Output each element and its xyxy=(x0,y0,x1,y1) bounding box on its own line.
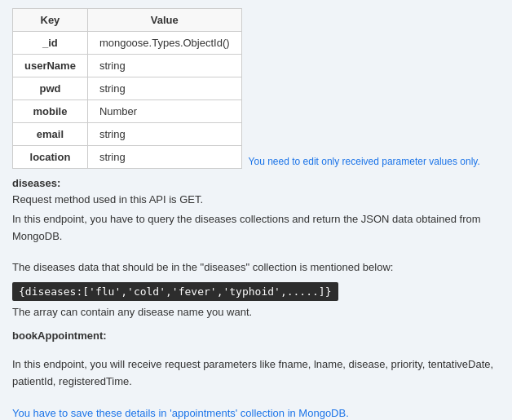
table-row-key: userName xyxy=(13,55,88,77)
table-row-key: pwd xyxy=(13,77,88,100)
table-row-value: mongoose.Types.ObjectId() xyxy=(87,32,241,55)
book-appointment-title: bookAppointment: xyxy=(12,329,500,342)
diseases-title: diseases: xyxy=(12,177,500,189)
table-row-key: location xyxy=(13,146,88,169)
table-row-key: _id xyxy=(13,32,88,55)
table-row-value: string xyxy=(87,77,241,100)
diseases-line3: The diseases data that should be in the … xyxy=(12,259,500,276)
schema-table: Key Value _idmongoose.Types.ObjectId()us… xyxy=(12,8,242,169)
book-appointment-line1: In this endpoint, you will receive reque… xyxy=(12,356,500,391)
table-row-value: string xyxy=(87,55,241,77)
table-row-value: string xyxy=(87,123,241,146)
table-row-value: Number xyxy=(87,100,241,123)
inline-note: You need to edit only received parameter… xyxy=(249,156,480,169)
col-value-header: Value xyxy=(87,9,241,32)
diseases-section: diseases: Request method used in this AP… xyxy=(12,177,500,321)
table-row-value: string xyxy=(87,146,241,169)
diseases-line1: Request method used in this API is GET. xyxy=(12,192,500,209)
table-section: Key Value _idmongoose.Types.ObjectId()us… xyxy=(12,8,500,169)
book-appointment-line2: You have to save these details in 'appoi… xyxy=(12,405,500,420)
diseases-code: {diseases:['flu','cold','fever','typhoid… xyxy=(12,282,338,301)
book-appointment-section: bookAppointment: In this endpoint, you w… xyxy=(12,329,500,420)
table-row-key: email xyxy=(13,123,88,146)
diseases-line4: The array can contain any disease name y… xyxy=(12,304,500,321)
table-wrapper: Key Value _idmongoose.Types.ObjectId()us… xyxy=(12,8,500,169)
col-key-header: Key xyxy=(13,9,88,32)
diseases-line2: In this endpoint, you have to query the … xyxy=(12,211,500,245)
table-row-key: mobile xyxy=(13,100,88,123)
